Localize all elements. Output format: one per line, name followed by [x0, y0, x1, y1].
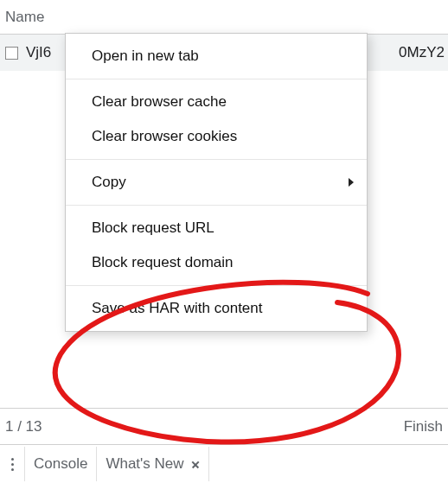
tab-label: What's New — [106, 455, 183, 473]
network-status-bar: 1 / 13 Finish — [0, 408, 448, 444]
tab-console[interactable]: Console — [24, 447, 97, 481]
row-name-end: 0MzY2 — [399, 44, 448, 61]
menu-separator — [66, 79, 367, 79]
close-icon[interactable] — [191, 460, 200, 468]
menu-clear-browser-cache[interactable]: Clear browser cache — [66, 85, 367, 119]
tab-whats-new[interactable]: What's New — [97, 447, 208, 481]
menu-open-in-new-tab[interactable]: Open in new tab — [66, 39, 367, 73]
menu-item-label: Clear browser cache — [92, 93, 227, 111]
menu-separator — [66, 285, 367, 286]
menu-block-request-url[interactable]: Block request URL — [66, 211, 367, 245]
tab-label: Console — [34, 455, 87, 473]
menu-item-label: Block request domain — [92, 254, 233, 271]
column-header-name[interactable]: Name — [0, 0, 448, 35]
menu-clear-browser-cookies[interactable]: Clear browser cookies — [66, 119, 367, 154]
menu-item-label: Clear browser cookies — [92, 128, 237, 145]
drawer-tabstrip: Console What's New — [0, 444, 448, 483]
requests-count: 1 / 13 — [5, 418, 42, 435]
menu-separator — [66, 159, 367, 160]
menu-copy[interactable]: Copy — [66, 165, 367, 200]
submenu-arrow-icon — [348, 177, 355, 187]
network-context-menu: Open in new tab Clear browser cache Clea… — [65, 33, 368, 332]
menu-item-label: Copy — [92, 174, 126, 191]
menu-save-as-har[interactable]: Save as HAR with content — [66, 291, 367, 326]
menu-item-label: Block request URL — [92, 219, 214, 237]
row-name-start: VjI6 — [26, 44, 51, 61]
menu-item-label: Open in new tab — [92, 48, 199, 65]
kebab-menu-icon[interactable] — [0, 449, 24, 480]
column-header-label: Name — [5, 9, 44, 25]
row-initiator-box — [5, 47, 18, 60]
menu-separator — [66, 205, 367, 206]
menu-block-request-domain[interactable]: Block request domain — [66, 245, 367, 280]
menu-item-label: Save as HAR with content — [92, 300, 262, 317]
finish-label: Finish — [404, 418, 448, 435]
